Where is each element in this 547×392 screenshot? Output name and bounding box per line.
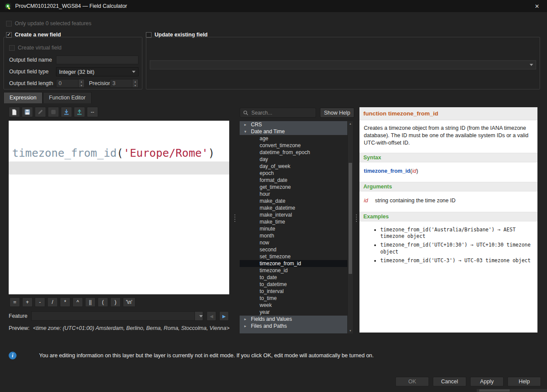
function-item-month[interactable]: month — [240, 232, 347, 239]
chevron-right-icon[interactable]: ▸ — [243, 324, 247, 328]
tree-item-label: minute — [260, 226, 275, 232]
operator-button[interactable]: ( — [98, 297, 108, 307]
precision-spinner[interactable]: 3 ▴▾ — [110, 79, 138, 88]
tree-item-label: make_time — [260, 219, 285, 225]
function-item-minute[interactable]: minute — [240, 225, 347, 232]
spin-down-icon[interactable]: ▾ — [132, 83, 138, 87]
scrollbar-thumb[interactable] — [349, 163, 352, 274]
operator-button[interactable]: '\n' — [123, 297, 135, 307]
operator-button[interactable]: / — [47, 297, 58, 307]
apply-button[interactable]: Apply — [470, 377, 504, 386]
function-item-convert-timezone[interactable]: convert_timezone — [240, 142, 347, 149]
function-item-day[interactable]: day — [240, 156, 347, 163]
function-item-make-time[interactable]: make_time — [240, 218, 347, 225]
function-item-now[interactable]: now — [240, 239, 347, 246]
import-expressions-button[interactable] — [61, 107, 72, 117]
arguments-heading: Arguments — [359, 182, 537, 191]
tab-expression[interactable]: Expression — [3, 92, 43, 103]
export-arrow-icon — [76, 109, 82, 115]
function-item-epoch[interactable]: epoch — [240, 170, 347, 177]
close-button[interactable]: ✕ — [531, 3, 543, 10]
chevron-right-icon[interactable]: ▸ — [243, 317, 247, 321]
function-tree-scrollbar[interactable]: ▲ ▼ — [347, 121, 353, 333]
argument-description: string containing the time zone ID — [375, 198, 456, 204]
function-group-crs[interactable]: ▸CRS — [240, 121, 347, 128]
tree-item-label: year — [260, 309, 270, 315]
ok-button[interactable]: OK — [395, 377, 429, 386]
function-item-make-date[interactable]: make_date — [240, 198, 347, 204]
edit-expression-button[interactable] — [35, 107, 46, 117]
tab-function-editor[interactable]: Function Editor — [43, 92, 92, 103]
function-item-week[interactable]: week — [240, 302, 347, 309]
help-description: Creates a timezone object from a string … — [359, 120, 537, 150]
spin-down-icon[interactable]: ▾ — [79, 83, 84, 87]
only-update-checkbox[interactable] — [6, 21, 12, 26]
cancel-button[interactable]: Cancel — [433, 377, 466, 386]
function-group-files-and-paths[interactable]: ▸Files and Paths — [240, 323, 347, 329]
add-expression-button[interactable] — [9, 107, 20, 117]
operator-button[interactable]: ^ — [72, 297, 83, 307]
help-button[interactable]: Help — [507, 377, 541, 386]
spin-up-icon[interactable]: ▴ — [132, 79, 138, 83]
comment-button[interactable]: -- — [87, 107, 98, 117]
precision-label: Precision — [89, 79, 111, 88]
operator-button[interactable]: * — [60, 297, 70, 307]
function-group-partial[interactable] — [240, 329, 347, 333]
spin-up-icon[interactable]: ▴ — [79, 79, 84, 83]
function-item-datetime-from-epoch[interactable]: datetime_from_epoch — [240, 149, 347, 156]
function-item-format-date[interactable]: format_date — [240, 177, 347, 184]
splitter-handle-left[interactable] — [234, 214, 236, 222]
function-item-timezone-from-id[interactable]: timezone_from_id — [240, 260, 347, 267]
function-item-make-datetime[interactable]: make_datetime — [240, 204, 347, 211]
operator-button[interactable]: = — [10, 297, 20, 307]
export-expressions-button[interactable] — [74, 107, 85, 117]
dialog-buttons: OK Cancel Apply Help — [395, 377, 541, 386]
function-item-to-datetime[interactable]: to_datetime — [240, 281, 347, 288]
operator-button[interactable]: ) — [110, 297, 121, 307]
new-field-group: Create virtual field Output field name O… — [3, 37, 142, 89]
previous-feature-button[interactable]: ◀ — [207, 311, 216, 321]
output-field-name-input[interactable] — [56, 56, 138, 64]
function-item-age[interactable]: age — [240, 135, 347, 142]
function-item-timezone-id[interactable]: timezone_id — [240, 267, 347, 274]
expression-editor[interactable]: timezone_from_id('Europe/Rome') — [9, 121, 229, 294]
function-item-to-time[interactable]: to_time — [240, 295, 347, 302]
operator-button[interactable]: - — [35, 297, 45, 307]
operator-button[interactable]: || — [85, 297, 96, 307]
scroll-up-icon[interactable]: ▲ — [348, 122, 353, 126]
chevron-right-icon[interactable]: ▸ — [243, 122, 247, 127]
output-field-length-spinner[interactable]: 0 ▴▾ — [56, 79, 85, 88]
help-panel: function timezone_from_id Creates a time… — [359, 107, 537, 333]
function-item-get-timezone[interactable]: get_timezone — [240, 184, 347, 191]
function-item-set-timezone[interactable]: set_timezone — [240, 253, 347, 260]
feature-label: Feature — [9, 313, 31, 319]
info-icon: i — [9, 352, 16, 359]
function-item-year[interactable]: year — [240, 309, 347, 316]
existing-field-select[interactable] — [150, 60, 536, 69]
search-input[interactable] — [250, 109, 313, 116]
save-expression-button[interactable] — [22, 107, 33, 117]
chevron-down-icon[interactable]: ▾ — [243, 129, 247, 134]
create-virtual-field-checkbox[interactable] — [9, 45, 15, 51]
current-line-highlight — [9, 161, 229, 175]
function-item-make-interval[interactable]: make_interval — [240, 211, 347, 218]
feature-select[interactable] — [31, 311, 203, 321]
remove-expression-button[interactable] — [48, 107, 59, 117]
preview-label: Preview: — [9, 325, 30, 331]
operator-button[interactable]: + — [22, 297, 33, 307]
function-item-second[interactable]: second — [240, 246, 347, 253]
function-item-hour[interactable]: hour — [240, 191, 347, 198]
function-search-box[interactable] — [240, 108, 316, 118]
function-group-date-and-time[interactable]: ▾Date and Time — [240, 128, 347, 135]
scroll-down-icon[interactable]: ▼ — [348, 329, 353, 333]
show-help-button[interactable]: Show Help — [320, 108, 354, 118]
combo-dropdown-button[interactable] — [194, 312, 203, 320]
import-arrow-icon — [63, 109, 69, 115]
function-item-to-date[interactable]: to_date — [240, 274, 347, 281]
function-item-to-interval[interactable]: to_interval — [240, 288, 347, 295]
function-item-day-of-week[interactable]: day_of_week — [240, 163, 347, 170]
function-group-fields-and-values[interactable]: ▸Fields and Values — [240, 316, 347, 323]
splitter-handle-right[interactable] — [355, 214, 358, 222]
output-field-type-select[interactable]: Integer (32 bit) — [56, 67, 138, 76]
next-feature-button[interactable]: ▶ — [219, 311, 229, 321]
